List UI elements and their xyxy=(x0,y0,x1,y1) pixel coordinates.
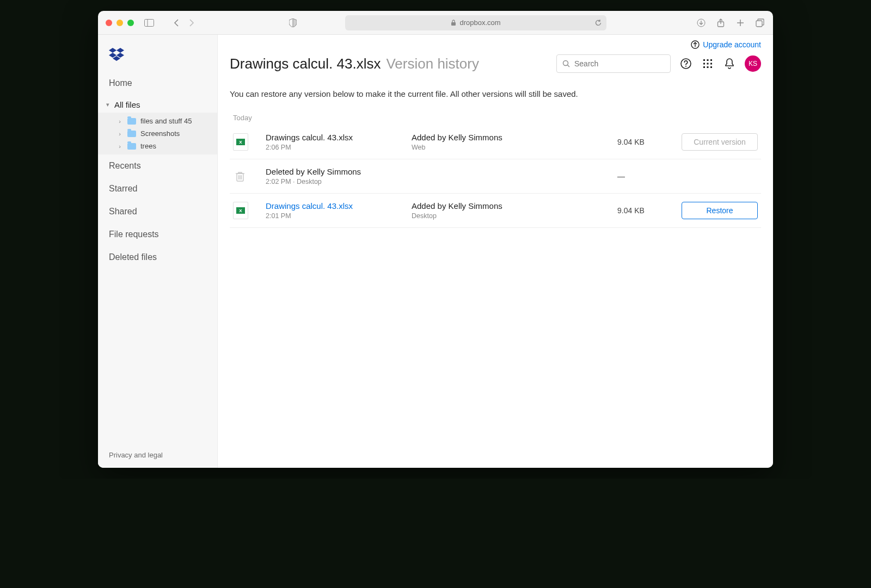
group-label: Today xyxy=(230,114,761,122)
search-input[interactable] xyxy=(574,59,670,68)
tree-item-label: trees xyxy=(140,142,156,150)
content: You can restore any version below to mak… xyxy=(218,83,773,234)
sidebar-item-starred[interactable]: Starred xyxy=(98,177,217,200)
chevron-right-icon: › xyxy=(116,131,123,137)
upgrade-bar: Upgrade account xyxy=(218,35,773,49)
help-icon[interactable] xyxy=(679,57,692,70)
description-text: You can restore any version below to mak… xyxy=(230,89,761,98)
version-row[interactable]: X Drawings calcul. 43.xlsx 2:06 PM Added… xyxy=(230,125,761,159)
privacy-legal-link[interactable]: Privacy and legal xyxy=(98,442,217,468)
apps-grid-icon[interactable] xyxy=(701,57,714,70)
sidebar-item-label: All files xyxy=(114,100,140,109)
close-window-button[interactable] xyxy=(106,20,112,26)
tabs-icon[interactable] xyxy=(755,17,765,28)
sidebar-item-file-requests[interactable]: File requests xyxy=(98,223,217,246)
tree-item-label: files and stuff 45 xyxy=(140,117,192,125)
svg-marker-11 xyxy=(116,48,124,53)
minimize-window-button[interactable] xyxy=(116,20,123,26)
file-tree: › files and stuff 45 › Screenshots › tre… xyxy=(98,113,217,154)
back-button[interactable] xyxy=(171,17,182,28)
svg-rect-25 xyxy=(707,63,709,65)
svg-point-17 xyxy=(563,61,568,66)
window-controls xyxy=(106,20,134,26)
version-action: Added by Kelly Simmons xyxy=(412,133,613,142)
version-source: Desktop xyxy=(412,212,613,220)
maximize-window-button[interactable] xyxy=(127,20,134,26)
svg-rect-21 xyxy=(703,59,705,61)
folder-icon xyxy=(127,143,136,150)
notifications-icon[interactable] xyxy=(723,57,736,70)
version-filename-link[interactable]: Drawings calcul. 43.xlsx xyxy=(266,201,407,211)
version-filename: Deleted by Kelly Simmons xyxy=(266,167,613,176)
tree-item[interactable]: › Screenshots xyxy=(98,127,217,140)
chevron-right-icon: › xyxy=(116,118,123,125)
version-time: 2:01 PM xyxy=(266,212,407,220)
dropbox-logo[interactable] xyxy=(98,42,217,72)
version-row[interactable]: Deleted by Kelly Simmons 2:02 PM · Deskt… xyxy=(230,159,761,194)
chevron-right-icon: › xyxy=(116,143,123,150)
version-action: Added by Kelly Simmons xyxy=(412,201,613,211)
sidebar-toggle-icon[interactable] xyxy=(144,17,155,28)
page-header: Drawings calcul. 43.xlsx Version history xyxy=(218,49,773,83)
url-bar[interactable]: dropbox.com xyxy=(345,15,606,30)
reload-icon[interactable] xyxy=(594,19,602,27)
version-size: — xyxy=(617,172,677,181)
version-time: 2:06 PM xyxy=(266,144,407,151)
svg-rect-27 xyxy=(703,66,705,68)
folder-icon xyxy=(127,118,136,125)
downloads-icon[interactable] xyxy=(696,17,707,28)
privacy-shield-icon[interactable] xyxy=(287,17,298,28)
upgrade-account-link[interactable]: Upgrade account xyxy=(703,40,761,49)
sidebar-item-deleted-files[interactable]: Deleted files xyxy=(98,246,217,269)
version-row[interactable]: X Drawings calcul. 43.xlsx 2:01 PM Added… xyxy=(230,194,761,228)
avatar[interactable]: KS xyxy=(745,55,761,72)
app: Home ▾ All files › files and stuff 45 › … xyxy=(98,35,773,468)
svg-rect-23 xyxy=(710,59,712,61)
svg-point-20 xyxy=(685,66,686,67)
new-tab-icon[interactable] xyxy=(735,17,746,28)
svg-rect-0 xyxy=(145,19,154,26)
tree-item[interactable]: › trees xyxy=(98,140,217,152)
svg-rect-9 xyxy=(756,21,762,27)
svg-rect-26 xyxy=(710,63,712,65)
sidebar-item-all-files[interactable]: ▾ All files xyxy=(98,95,217,113)
tree-item-label: Screenshots xyxy=(140,129,180,138)
share-icon[interactable] xyxy=(715,17,726,28)
url-text: dropbox.com xyxy=(459,18,500,27)
restore-button[interactable]: Restore xyxy=(682,202,758,219)
search-box[interactable] xyxy=(556,54,671,73)
svg-marker-10 xyxy=(109,48,116,53)
forward-button[interactable] xyxy=(186,17,197,28)
folder-icon xyxy=(127,131,136,137)
version-time: 2:02 PM · Desktop xyxy=(266,178,613,185)
browser-chrome: dropbox.com xyxy=(98,11,773,35)
sidebar-item-shared[interactable]: Shared xyxy=(98,200,217,223)
lock-icon xyxy=(451,20,456,26)
svg-rect-28 xyxy=(707,66,709,68)
svg-line-18 xyxy=(568,65,570,67)
svg-rect-29 xyxy=(710,66,712,68)
svg-rect-2 xyxy=(451,22,456,26)
browser-window: dropbox.com xyxy=(98,11,773,468)
version-source: Web xyxy=(412,144,613,151)
chevron-down-icon: ▾ xyxy=(105,101,111,108)
title-filename: Drawings calcul. 43.xlsx xyxy=(230,55,381,72)
xlsx-file-icon: X xyxy=(233,202,248,219)
sidebar-item-home[interactable]: Home xyxy=(98,72,217,95)
sidebar-item-recents[interactable]: Recents xyxy=(98,154,217,177)
upgrade-icon xyxy=(691,40,700,49)
title-subtitle: Version history xyxy=(386,55,479,72)
search-icon xyxy=(562,60,570,67)
trash-icon xyxy=(233,171,261,182)
version-size: 9.04 KB xyxy=(617,138,677,146)
current-version-button: Current version xyxy=(682,133,758,151)
xlsx-file-icon: X xyxy=(233,133,248,151)
version-size: 9.04 KB xyxy=(617,206,677,215)
svg-rect-22 xyxy=(707,59,709,61)
version-filename: Drawings calcul. 43.xlsx xyxy=(266,133,407,142)
tree-item[interactable]: › files and stuff 45 xyxy=(98,115,217,127)
main: Upgrade account Drawings calcul. 43.xlsx… xyxy=(218,35,773,468)
page-title: Drawings calcul. 43.xlsx Version history xyxy=(230,55,548,72)
svg-rect-24 xyxy=(703,63,705,65)
sidebar: Home ▾ All files › files and stuff 45 › … xyxy=(98,35,218,468)
